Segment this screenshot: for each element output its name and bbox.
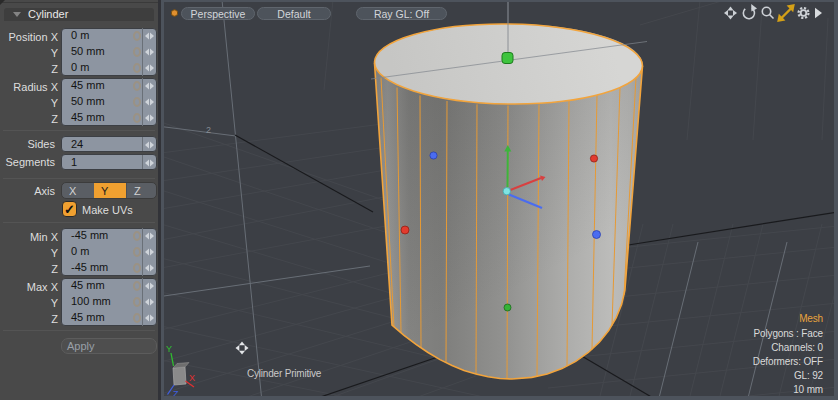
svg-text:X: X bbox=[189, 373, 195, 383]
svg-text:Y: Y bbox=[166, 344, 172, 354]
svg-text:2: 2 bbox=[206, 125, 211, 135]
svg-text:Z: Z bbox=[173, 389, 179, 396]
